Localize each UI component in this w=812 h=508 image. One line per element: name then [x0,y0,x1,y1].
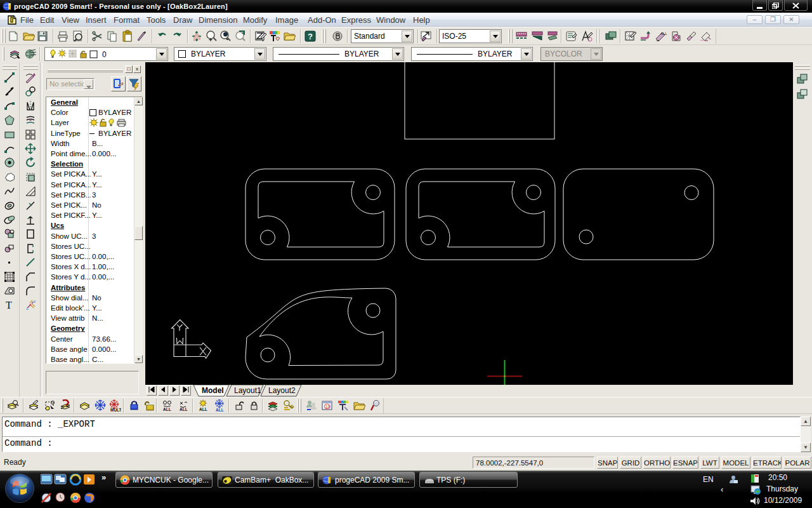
svg-text:ALL: ALL [216,408,224,412]
svg-text:ALL: ALL [660,32,667,36]
svg-text:Model: Model [202,386,224,395]
svg-text:?: ? [308,32,313,41]
svg-text:Layout2: Layout2 [268,386,296,395]
svg-text:MULT: MULT [110,408,121,412]
svg-text:ALL: ALL [163,407,171,411]
svg-text:ALL: ALL [199,407,207,411]
svg-text:0: 0 [102,50,107,59]
svg-text:10: 10 [325,404,331,409]
svg-text:Layout1: Layout1 [234,386,261,395]
svg-text:ALL: ALL [180,407,188,411]
svg-text:T: T [6,300,12,311]
